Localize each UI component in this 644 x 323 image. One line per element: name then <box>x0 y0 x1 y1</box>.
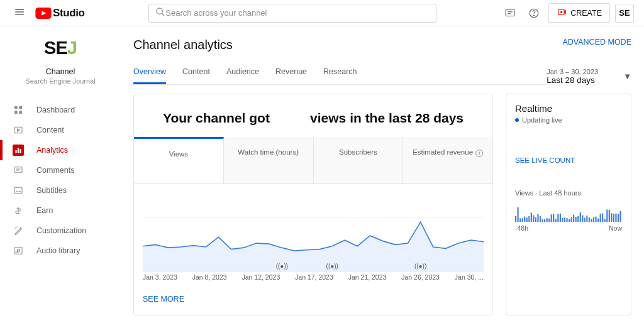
svg-point-7 <box>534 15 535 16</box>
main-content: Channel analytics ADVANCED MODE Overview… <box>121 26 644 323</box>
svg-rect-62 <box>586 216 587 222</box>
svg-rect-22 <box>14 187 22 193</box>
search-input[interactable] <box>165 8 430 18</box>
analytics-tabs: Overview Content Audience Revenue Resear… <box>133 61 547 85</box>
youtube-icon <box>35 8 52 19</box>
audio-library-icon <box>13 245 24 256</box>
menu-icon[interactable] <box>10 3 29 23</box>
realtime-chart <box>515 202 622 222</box>
channel-logo: SEJ <box>0 38 121 58</box>
svg-rect-51 <box>562 218 563 222</box>
metric-tabs: Views Watch time (hours) Subscribers Est… <box>134 137 492 184</box>
svg-rect-44 <box>547 218 548 222</box>
sidebar-item-comments[interactable]: Comments <box>0 160 121 180</box>
customization-icon <box>13 225 24 236</box>
svg-rect-60 <box>582 216 583 222</box>
search-icon <box>155 7 165 19</box>
sidebar-item-audio-library[interactable]: Audio library <box>0 241 121 261</box>
svg-rect-32 <box>519 218 521 222</box>
svg-rect-75 <box>615 214 616 222</box>
sidebar-item-content[interactable]: Content <box>0 120 121 140</box>
svg-rect-57 <box>575 217 577 222</box>
svg-rect-73 <box>611 213 612 222</box>
svg-rect-39 <box>535 217 536 222</box>
svg-rect-77 <box>619 211 621 222</box>
tab-revenue[interactable]: Revenue <box>275 61 307 84</box>
svg-rect-18 <box>19 149 21 153</box>
svg-point-1 <box>157 8 162 14</box>
svg-rect-36 <box>528 216 530 222</box>
overview-card: Your channel got views in the last 28 da… <box>133 94 493 315</box>
views-chart: ((●)) ((●)) ((●)) Jan 3, 2023 Jan 8, 202… <box>143 197 484 281</box>
svg-rect-12 <box>19 106 22 109</box>
channel-subtitle: Search Engine Journal <box>0 77 121 85</box>
sidebar-item-subtitles[interactable]: Subtitles <box>0 180 121 200</box>
svg-rect-31 <box>518 207 519 222</box>
analytics-icon <box>13 145 24 156</box>
search-box[interactable] <box>148 4 436 23</box>
svg-rect-3 <box>506 9 514 16</box>
svg-rect-76 <box>618 214 619 222</box>
sidebar-item-label: Content <box>36 126 64 134</box>
svg-rect-17 <box>18 148 19 153</box>
svg-rect-47 <box>553 214 554 222</box>
svg-line-2 <box>162 13 164 16</box>
chart-x-axis: Jan 3, 2023 Jan 8, 2023 Jan 12, 2023 Jan… <box>143 273 484 281</box>
earn-icon <box>13 205 24 216</box>
sidebar-item-label: Earn <box>36 206 53 215</box>
advanced-mode-link[interactable]: ADVANCED MODE <box>562 38 631 47</box>
tab-audience[interactable]: Audience <box>226 61 259 84</box>
date-range-picker[interactable]: Jan 3 – 30, 2023 Last 28 days ▼ <box>547 68 631 85</box>
sidebar-item-analytics[interactable]: Analytics <box>0 140 121 160</box>
chevron-down-icon: ▼ <box>623 72 631 81</box>
feedback-icon[interactable] <box>501 4 519 23</box>
svg-rect-19 <box>14 167 22 173</box>
svg-rect-67 <box>597 219 599 222</box>
metric-tab-revenue[interactable]: Estimated revenuei <box>403 137 492 183</box>
svg-rect-14 <box>19 111 22 114</box>
svg-rect-45 <box>548 219 550 222</box>
svg-rect-74 <box>613 214 614 222</box>
svg-rect-16 <box>15 150 16 153</box>
metric-tab-subscribers[interactable]: Subscribers <box>314 137 404 183</box>
metric-tab-views[interactable]: Views <box>134 137 224 183</box>
dashboard-icon <box>13 104 24 116</box>
tab-research[interactable]: Research <box>323 61 357 84</box>
realtime-live-status: Updating live <box>515 116 622 124</box>
svg-point-25 <box>15 228 16 229</box>
account-avatar[interactable]: SE <box>615 4 634 23</box>
subtitles-icon <box>13 185 24 196</box>
channel-avatar-block[interactable]: SEJ Channel Search Engine Journal <box>0 26 121 92</box>
svg-rect-68 <box>600 214 601 222</box>
see-more-link[interactable]: SEE MORE <box>143 295 484 304</box>
channel-title: Channel <box>0 67 121 76</box>
svg-rect-55 <box>571 217 572 222</box>
comments-icon <box>13 165 24 176</box>
page-title: Channel analytics <box>133 38 233 52</box>
sidebar-item-customization[interactable]: Customization <box>0 221 121 241</box>
metric-tab-watch-time[interactable]: Watch time (hours) <box>224 137 314 183</box>
svg-point-26 <box>17 227 18 227</box>
sidebar-item-label: Comments <box>36 166 74 175</box>
sidebar-item-label: Customization <box>36 226 86 235</box>
svg-rect-64 <box>591 219 592 222</box>
sidebar-item-label: Subtitles <box>36 186 67 195</box>
svg-rect-42 <box>542 219 543 222</box>
help-icon[interactable] <box>525 4 543 23</box>
svg-rect-13 <box>14 111 18 114</box>
svg-rect-43 <box>544 219 545 222</box>
sidebar-item-label: Analytics <box>36 146 68 155</box>
see-live-count-link[interactable]: SEE LIVE COUNT <box>515 156 622 164</box>
svg-rect-38 <box>533 215 534 222</box>
realtime-card: Realtime Updating live SEE LIVE COUNT Vi… <box>506 94 631 315</box>
sidebar: SEJ Channel Search Engine Journal Dashbo… <box>0 26 121 323</box>
broadcast-icon: ((●)) <box>276 263 288 270</box>
create-button[interactable]: CREATE <box>548 3 610 23</box>
studio-logo[interactable]: Studio <box>35 7 84 19</box>
svg-rect-49 <box>557 214 558 222</box>
tab-content[interactable]: Content <box>182 61 210 84</box>
tab-overview[interactable]: Overview <box>133 61 166 84</box>
sidebar-item-earn[interactable]: Earn <box>0 200 121 221</box>
sidebar-item-dashboard[interactable]: Dashboard <box>0 100 121 120</box>
svg-rect-35 <box>526 217 528 222</box>
